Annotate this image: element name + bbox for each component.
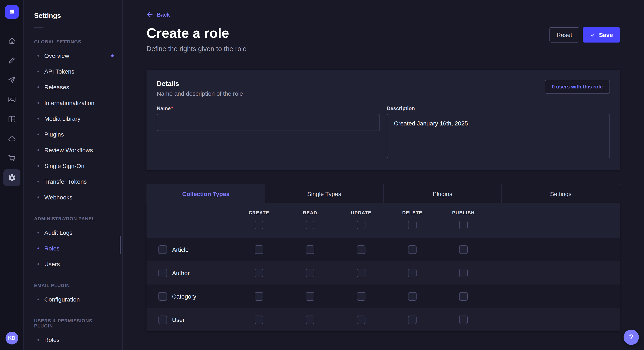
cell-category-read bbox=[284, 292, 336, 301]
select-all-create-checkbox[interactable] bbox=[255, 221, 263, 229]
rail-item-settings[interactable] bbox=[3, 169, 20, 186]
rail-bottom: KD bbox=[5, 332, 18, 350]
sidebar-item-configuration[interactable]: Configuration bbox=[24, 291, 122, 307]
sidebar-item-media-library[interactable]: Media Library bbox=[24, 111, 122, 126]
users-with-role-button[interactable]: 0 users with this role bbox=[544, 80, 610, 94]
category-delete-checkbox[interactable] bbox=[408, 292, 416, 301]
select-all-read-checkbox[interactable] bbox=[306, 221, 314, 229]
description-input[interactable]: Created January 16th, 2025 bbox=[387, 114, 610, 158]
tab-collection-types[interactable]: Collection Types bbox=[147, 184, 265, 203]
back-label: Back bbox=[157, 11, 170, 18]
content-type-builder-icon bbox=[8, 115, 16, 123]
rail-item-content-manager[interactable] bbox=[3, 52, 20, 69]
permissions-panel: Collection TypesSingle TypesPluginsSetti… bbox=[146, 184, 620, 331]
rail-nav bbox=[3, 31, 20, 187]
sidebar-item-plugins[interactable]: Plugins bbox=[24, 126, 122, 142]
user-read-checkbox[interactable] bbox=[306, 315, 314, 324]
cell-article-delete bbox=[387, 245, 438, 254]
sidebar-item-label: Audit Logs bbox=[44, 229, 72, 236]
category-update-checkbox[interactable] bbox=[357, 292, 366, 301]
user-avatar[interactable]: KD bbox=[5, 332, 18, 345]
reset-button[interactable]: Reset bbox=[549, 27, 579, 42]
author-create-checkbox[interactable] bbox=[255, 269, 263, 277]
rail-item-releases[interactable] bbox=[3, 71, 20, 88]
cell-article-read bbox=[284, 245, 336, 254]
article-publish-checkbox[interactable] bbox=[459, 245, 468, 254]
sidebar-item-api-tokens[interactable]: API Tokens bbox=[24, 63, 122, 79]
sidebar-item-users[interactable]: Users bbox=[24, 256, 122, 272]
sidebar-item-audit-logs[interactable]: Audit Logs bbox=[24, 224, 122, 240]
sidebar-item-releases[interactable]: Releases bbox=[24, 79, 122, 95]
help-button[interactable]: ? bbox=[624, 330, 639, 345]
article-delete-checkbox[interactable] bbox=[408, 245, 416, 254]
user-publish-checkbox[interactable] bbox=[459, 315, 468, 324]
article-create-checkbox[interactable] bbox=[255, 245, 263, 254]
select-row-user-checkbox[interactable] bbox=[158, 315, 167, 324]
sidebar-item-roles[interactable]: Roles bbox=[24, 240, 122, 256]
permissions-table: CREATEREADUPDATEDELETEPUBLISH ArticleAut… bbox=[146, 203, 620, 331]
user-create-checkbox[interactable] bbox=[255, 315, 263, 324]
select-row-article-checkbox[interactable] bbox=[158, 245, 167, 254]
tab-plugins[interactable]: Plugins bbox=[384, 184, 502, 203]
sidebar-item-providers[interactable]: Providers bbox=[24, 348, 122, 350]
permission-row-user: User bbox=[146, 308, 620, 331]
sidebar-item-roles[interactable]: Roles bbox=[24, 332, 122, 348]
rail-item-content-type-builder[interactable] bbox=[3, 111, 20, 128]
sidebar-item-review-workflows[interactable]: Review Workflows bbox=[24, 142, 122, 158]
sidebar-item-label: Releases bbox=[44, 84, 69, 90]
perm-column-label: READ bbox=[303, 210, 317, 215]
tab-label: Single Types bbox=[307, 190, 341, 197]
marketplace-icon bbox=[8, 154, 16, 163]
cloud-icon bbox=[8, 134, 16, 143]
sidebar-item-label: Review Workflows bbox=[44, 147, 93, 153]
author-delete-checkbox[interactable] bbox=[408, 269, 416, 277]
sidebar-item-single-sign-on[interactable]: Single Sign-On bbox=[24, 158, 122, 174]
cell-author-delete bbox=[387, 269, 438, 277]
rail-item-media-library[interactable] bbox=[3, 91, 20, 108]
help-icon: ? bbox=[629, 333, 634, 342]
permission-row-category: Category bbox=[146, 285, 620, 308]
select-all-publish-checkbox[interactable] bbox=[459, 221, 468, 229]
rail-item-marketplace[interactable] bbox=[3, 150, 20, 167]
save-button[interactable]: Save bbox=[583, 27, 620, 42]
name-input[interactable] bbox=[157, 114, 380, 131]
author-publish-checkbox[interactable] bbox=[459, 269, 468, 277]
row-name-cell: Category bbox=[146, 292, 234, 301]
select-all-delete-checkbox[interactable] bbox=[408, 221, 416, 229]
app-root: KD Settings GLOBAL SETTINGSOverviewAPI T… bbox=[0, 0, 644, 350]
article-read-checkbox[interactable] bbox=[306, 245, 314, 254]
main-nav-rail: KD bbox=[0, 0, 24, 350]
permissions-tabs: Collection TypesSingle TypesPluginsSetti… bbox=[146, 184, 620, 203]
description-field: Description Created January 16th, 2025 bbox=[387, 105, 610, 160]
article-update-checkbox[interactable] bbox=[357, 245, 366, 254]
category-read-checkbox[interactable] bbox=[306, 292, 314, 301]
user-update-checkbox[interactable] bbox=[357, 315, 366, 324]
sidebar-item-webhooks[interactable]: Webhooks bbox=[24, 189, 122, 205]
category-publish-checkbox[interactable] bbox=[459, 292, 468, 301]
select-all-update-checkbox[interactable] bbox=[357, 221, 366, 229]
sidebar-title: Settings bbox=[34, 12, 122, 19]
sidebar-item-transfer-tokens[interactable]: Transfer Tokens bbox=[24, 174, 122, 189]
author-read-checkbox[interactable] bbox=[306, 269, 314, 277]
sidebar-scrollbar-thumb[interactable] bbox=[120, 236, 122, 254]
cell-user-publish bbox=[438, 315, 489, 324]
category-create-checkbox[interactable] bbox=[255, 292, 263, 301]
select-row-category-checkbox[interactable] bbox=[158, 292, 167, 301]
sidebar-item-label: Roles bbox=[44, 245, 60, 252]
rail-item-home[interactable] bbox=[3, 32, 20, 49]
tab-settings[interactable]: Settings bbox=[502, 184, 620, 203]
main-content: Back Create a role Define the rights giv… bbox=[123, 0, 644, 350]
tab-single-types[interactable]: Single Types bbox=[265, 184, 384, 203]
author-update-checkbox[interactable] bbox=[357, 269, 366, 277]
cell-article-publish bbox=[438, 245, 489, 254]
user-delete-checkbox[interactable] bbox=[408, 315, 416, 324]
back-link[interactable]: Back bbox=[146, 11, 170, 18]
releases-icon bbox=[8, 76, 16, 84]
select-row-author-checkbox[interactable] bbox=[158, 269, 167, 277]
sidebar-item-internationalization[interactable]: Internationalization bbox=[24, 95, 122, 111]
sidebar-item-overview[interactable]: Overview bbox=[24, 48, 122, 63]
content-manager-icon bbox=[8, 56, 16, 65]
cell-category-publish bbox=[438, 292, 489, 301]
rail-item-cloud[interactable] bbox=[3, 130, 20, 147]
strapi-logo[interactable] bbox=[5, 5, 18, 19]
